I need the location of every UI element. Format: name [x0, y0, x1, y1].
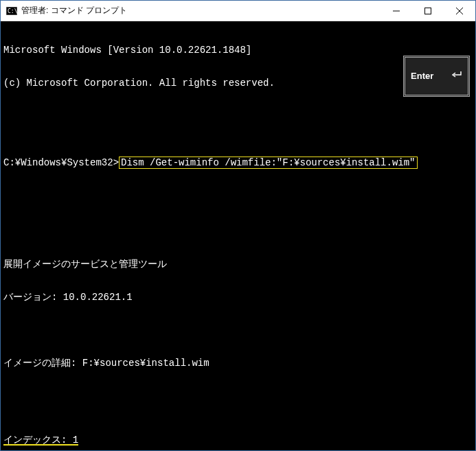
- prompt-path: C:¥Windows¥System32>: [3, 157, 119, 168]
- enter-button[interactable]: Enter: [403, 56, 470, 97]
- minimize-button[interactable]: [381, 1, 412, 21]
- version-line: Microsoft Windows [Version 10.0.22621.18…: [3, 45, 473, 56]
- command-prompt-row: C:¥Windows¥System32>Dism /Get-wiminfo /w…: [3, 156, 473, 170]
- enter-arrow-icon: [436, 60, 462, 93]
- image-detail-header: イメージの詳細: F:¥sources¥install.wim: [3, 358, 473, 369]
- close-button[interactable]: [444, 1, 475, 21]
- terminal-area[interactable]: Microsoft Windows [Version 10.0.22621.18…: [1, 21, 475, 450]
- dism-title: 展開イメージのサービスと管理ツール: [3, 259, 473, 270]
- enter-label: Enter: [411, 71, 433, 82]
- command-highlight: Dism /Get-wiminfo /wimfile:"F:¥sources¥i…: [119, 157, 417, 169]
- svg-rect-3: [425, 8, 431, 14]
- blank: [3, 226, 473, 237]
- svg-text:C:\: C:\: [8, 8, 17, 14]
- blank: [3, 111, 473, 122]
- blank: [3, 325, 473, 336]
- window-title: 管理者: コマンド プロンプト: [21, 5, 127, 16]
- dism-version: バージョン: 10.0.22621.1: [3, 292, 473, 303]
- copyright-line: (c) Microsoft Corporation. All rights re…: [3, 78, 473, 89]
- cmd-icon: C:\: [6, 5, 17, 16]
- window-titlebar: C:\ 管理者: コマンド プロンプト: [1, 1, 475, 21]
- blank: [3, 391, 473, 402]
- index-line: インデックス: 1: [3, 435, 473, 446]
- maximize-button[interactable]: [412, 1, 444, 21]
